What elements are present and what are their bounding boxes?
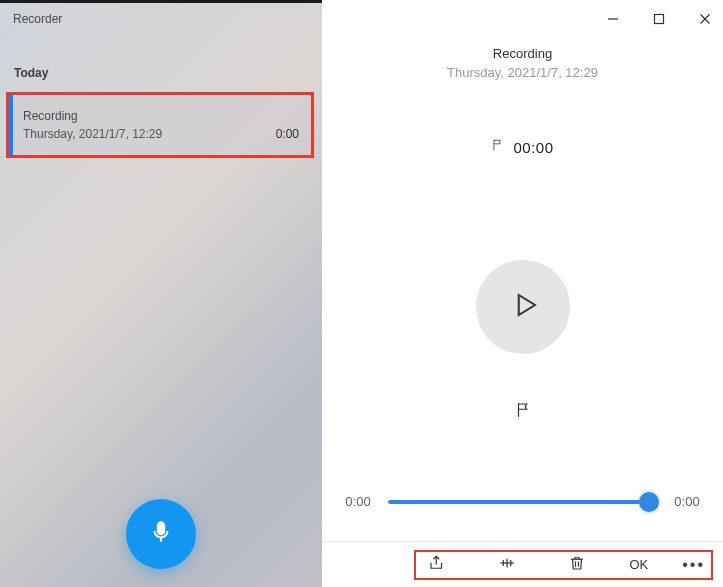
recording-list-item-inner: Recording Thursday, 2021/1/7, 12:29 0:00: [9, 95, 311, 155]
detail-title: Recording: [322, 46, 723, 61]
app-title: Recorder: [0, 0, 322, 32]
bottom-toolbar-highlight: OK •••: [414, 550, 713, 580]
trim-icon: [498, 554, 516, 576]
more-icon: •••: [682, 556, 705, 573]
share-icon: [428, 554, 446, 576]
window-controls: [601, 8, 717, 32]
timeline-time-left: 0:00: [342, 494, 374, 509]
recording-list-item[interactable]: Recording Thursday, 2021/1/7, 12:29 0:00: [6, 92, 314, 158]
svg-rect-0: [158, 522, 165, 534]
recording-item-date: Thursday, 2021/1/7, 12:29: [23, 127, 162, 141]
minimize-button[interactable]: [601, 8, 625, 32]
marker-time: 00:00: [513, 139, 553, 156]
svg-marker-6: [519, 295, 535, 315]
detail-panel: Recording Thursday, 2021/1/7, 12:29 00:0…: [322, 0, 723, 587]
section-today: Today: [0, 32, 322, 86]
app-window: Recorder Today Recording Thursday, 2021/…: [0, 0, 723, 587]
share-button[interactable]: [424, 552, 450, 578]
sidebar: Recorder Today Recording Thursday, 2021/…: [0, 0, 322, 587]
play-icon: [505, 290, 540, 324]
mic-icon: [148, 519, 174, 549]
timeline: 0:00 0:00: [322, 494, 723, 509]
maximize-button[interactable]: [647, 8, 671, 32]
maximize-icon: [653, 11, 665, 29]
recording-item-duration: 0:00: [276, 127, 299, 141]
minimize-icon: [607, 11, 619, 29]
more-button[interactable]: •••: [682, 556, 705, 574]
trim-button[interactable]: [494, 552, 520, 578]
close-icon: [699, 11, 711, 29]
svg-rect-3: [655, 15, 664, 24]
close-button[interactable]: [693, 8, 717, 32]
ok-button[interactable]: OK: [625, 557, 652, 572]
marker-time-row: 00:00: [322, 138, 723, 156]
trash-icon: [568, 554, 586, 576]
timeline-thumb[interactable]: [639, 492, 659, 512]
detail-subtitle: Thursday, 2021/1/7, 12:29: [322, 65, 723, 80]
record-button[interactable]: [126, 499, 196, 569]
flag-icon: [491, 138, 505, 156]
delete-button[interactable]: [564, 552, 590, 578]
flag-icon: [514, 401, 532, 423]
timeline-track[interactable]: [388, 500, 657, 504]
recording-item-title: Recording: [23, 109, 299, 123]
bottom-toolbar: OK •••: [322, 541, 723, 587]
timeline-time-right: 0:00: [671, 494, 703, 509]
play-button[interactable]: [476, 260, 570, 354]
add-marker-button[interactable]: [509, 398, 537, 426]
